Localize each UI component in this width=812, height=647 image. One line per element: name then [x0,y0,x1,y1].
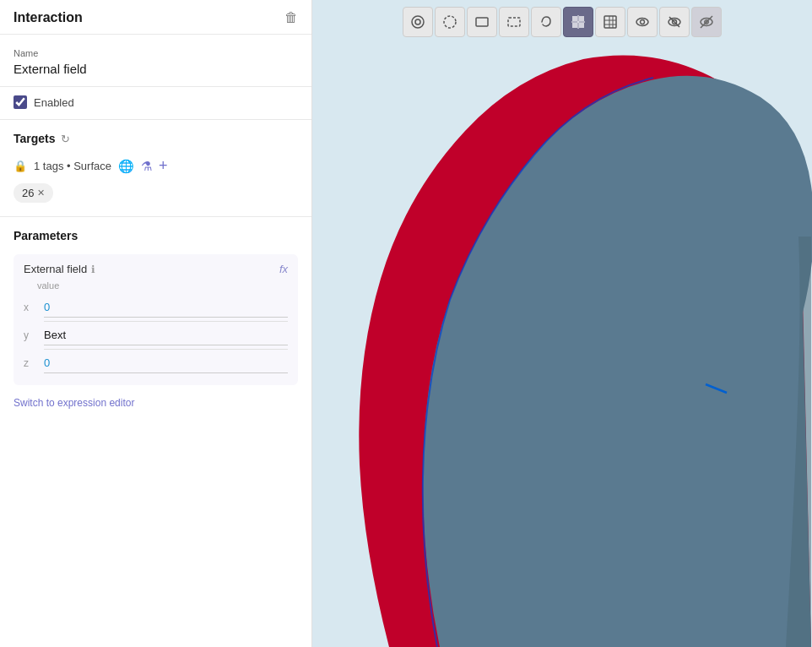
toolbar-select-all[interactable] [403,7,433,37]
tag-chip-26: 26 ✕ [14,183,53,203]
value-label: value [37,280,288,291]
svg-point-2 [444,16,456,28]
y-axis-label: y [24,329,35,341]
targets-row: 🔒 1 tags • Surface 🌐 ⚗ + [14,157,298,175]
x-axis-label: x [24,302,35,313]
panel-header: Interaction 🗑 [0,0,311,35]
name-label: Name [14,48,298,58]
refresh-icon[interactable]: ↻ [61,133,70,145]
globe-icon[interactable]: 🌐 [118,159,134,174]
toolbar-eye-off[interactable] [659,7,690,37]
filter-icon[interactable]: ⚗ [141,159,152,174]
toolbar [403,7,722,37]
svg-rect-7 [572,23,577,28]
z-axis-label: z [24,357,35,369]
svg-point-17 [641,20,645,24]
y-divider [44,349,288,350]
svg-rect-11 [604,16,616,28]
toolbar-eye[interactable] [627,7,658,37]
panel-title: Interaction [14,10,83,25]
svg-rect-8 [579,23,584,28]
targets-header: Targets ↻ [14,132,298,145]
name-section: Name External field [0,35,311,87]
switch-expression-link[interactable]: Switch to expression editor [14,397,298,409]
right-panel [312,0,812,647]
add-target-icon[interactable]: + [159,157,168,175]
param-y-row: y [24,325,288,345]
targets-section: Targets ↻ 🔒 1 tags • Surface 🌐 ⚗ + 26 ✕ [0,120,311,217]
toolbar-rect[interactable] [467,7,497,37]
tag-chip-label: 26 [22,187,34,199]
parameters-title: Parameters [14,229,298,242]
fx-icon[interactable]: fx [279,263,288,275]
enabled-section: Enabled [0,87,311,120]
x-divider [44,321,288,322]
lock-icon: 🔒 [14,160,27,172]
parameters-section: Parameters External field ℹ fx value x y [0,217,311,647]
left-panel: Interaction 🗑 Name External field Enable… [0,0,312,647]
param-x-row: x [24,297,288,318]
delete-icon[interactable]: 🗑 [284,10,298,25]
toolbar-select-box[interactable] [435,7,465,37]
svg-rect-5 [572,16,577,21]
info-icon[interactable]: ℹ [91,264,95,275]
z-input[interactable] [44,353,288,373]
toolbar-surface[interactable] [563,7,593,37]
y-input[interactable] [44,325,288,345]
svg-rect-4 [508,18,520,26]
name-value: External field [14,62,298,76]
targets-title: Targets [14,132,56,145]
tags-text: 1 tags • Surface [34,160,111,172]
param-card: External field ℹ fx value x y z [14,254,298,385]
svg-point-1 [415,19,420,24]
3d-shape-svg [312,0,812,647]
toolbar-lasso[interactable] [531,7,561,37]
param-card-header: External field ℹ fx [24,263,288,275]
viewport-3d [312,0,812,647]
toolbar-dashed-rect[interactable] [499,7,529,37]
svg-point-0 [412,16,424,28]
param-name: External field ℹ [24,263,95,275]
toolbar-eye-slash[interactable] [691,7,722,37]
tag-chip-close[interactable]: ✕ [37,188,45,198]
x-input[interactable] [44,297,288,318]
svg-rect-6 [579,16,584,21]
toolbar-grid[interactable] [595,7,625,37]
tag-chip-container: 26 ✕ [14,183,298,203]
param-z-row: z [24,353,288,373]
enabled-checkbox[interactable] [14,95,27,109]
enabled-label: Enabled [34,96,74,109]
svg-rect-3 [476,18,488,26]
